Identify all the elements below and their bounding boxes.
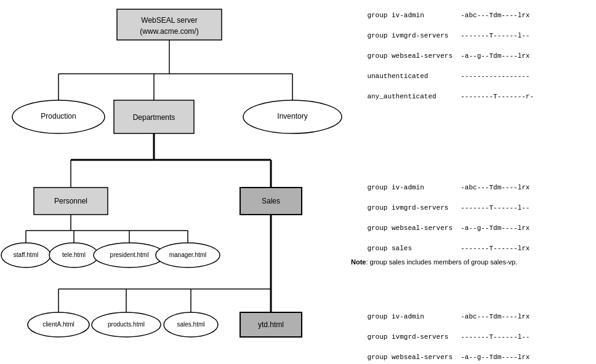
note-bold: Note <box>351 258 366 266</box>
info-line-2-3: group webseal-servers -a--g--Tdm----lrx <box>367 224 530 232</box>
info-line-1-2: group ivmgrd-servers -------T------l-- <box>367 32 530 39</box>
info-line-3-1: group iv-admin -abc---Tdm----lrx <box>367 313 530 320</box>
info-block-1: group iv-admin -abc---Tdm----lrx group i… <box>351 0 534 112</box>
president-label: president.html <box>110 251 149 258</box>
personnel-label: Personnel <box>54 197 87 205</box>
tele-label: tele.html <box>62 251 86 258</box>
webseal-url: (www.acme.com/) <box>140 27 198 36</box>
clienta-label: clientA.html <box>42 321 74 328</box>
departments-label: Departments <box>133 113 175 122</box>
saleshtml-label: sales.html <box>177 321 204 328</box>
manager-label: manager.html <box>169 251 207 258</box>
info-line-1-1: group iv-admin -abc---Tdm----lrx <box>367 12 530 19</box>
note-content: : group sales includes members of group … <box>366 258 517 266</box>
note-text: Note: group sales includes members of gr… <box>351 258 517 266</box>
info-block-3: group iv-admin -abc---Tdm----lrx group i… <box>351 301 530 364</box>
info-line-1-5: any_authenticated --------T-------r- <box>367 93 534 100</box>
info-line-2-1: group iv-admin -abc---Tdm----lrx <box>367 184 530 191</box>
ytd-label: ytd.html <box>258 320 284 329</box>
sales-label: Sales <box>262 197 280 205</box>
info-area: group iv-admin -abc---Tdm----lrx group i… <box>345 0 596 364</box>
diagram-area: WebSEAL server (www.acme.com/) Productio… <box>0 0 345 364</box>
info-line-1-3: group webseal-servers -a--g--Tdm----lrx <box>367 52 530 60</box>
info-line-3-3: group webseal-servers -a--g--Tdm----lrx <box>367 354 530 361</box>
inventory-label: Inventory <box>277 112 307 121</box>
production-label: Production <box>41 112 76 121</box>
staff-label: staff.html <box>14 251 38 258</box>
info-line-2-4: group sales -------T------lrx <box>367 245 530 252</box>
products-label: products.html <box>108 321 145 328</box>
webseal-label: WebSEAL server <box>141 16 197 25</box>
info-line-2-2: group ivmgrd-servers -------T------l-- <box>367 204 530 212</box>
info-line-3-2: group ivmgrd-servers -------T------l-- <box>367 333 530 341</box>
info-block-2: group iv-admin -abc---Tdm----lrx group i… <box>351 172 530 264</box>
info-line-1-4: unauthenticated ----------------- <box>367 73 530 80</box>
